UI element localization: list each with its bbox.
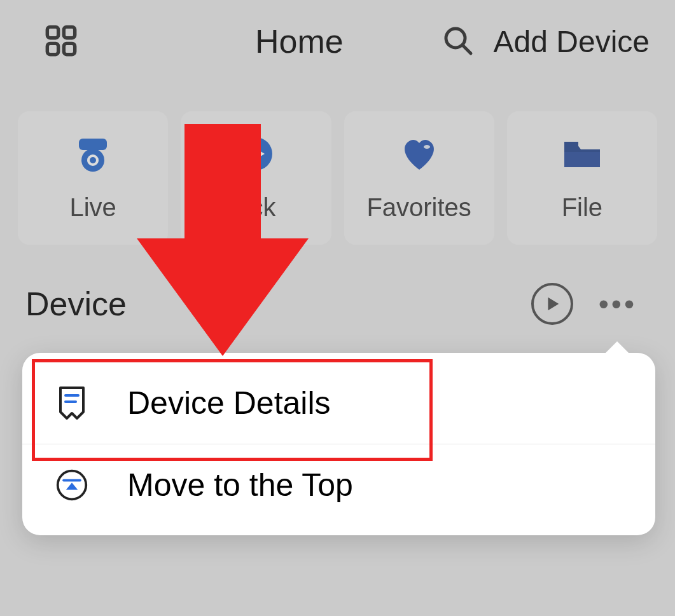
menu-item-move-top[interactable]: Move to the Top xyxy=(22,444,655,526)
menu-item-device-details[interactable]: Device Details xyxy=(22,362,655,444)
device-context-menu: Device Details Move to the Top xyxy=(22,353,655,535)
menu-item-label: Device Details xyxy=(127,385,331,421)
device-details-icon xyxy=(54,386,89,421)
menu-item-label: Move to the Top xyxy=(127,467,353,503)
move-top-icon xyxy=(54,468,89,503)
svg-marker-19 xyxy=(66,483,78,489)
